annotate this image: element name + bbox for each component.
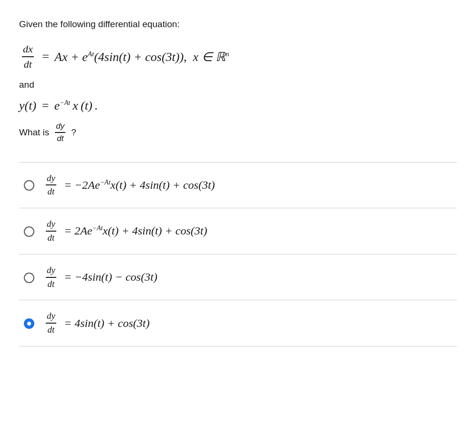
answer-text-d: dy dt = 4sin(t) + cos(3t): [43, 311, 155, 336]
equation-1: dx dt = Ax + eAt(4sin(t) + cos(3t)), x ∈…: [19, 43, 457, 71]
answer-option-b[interactable]: dy dt = 2Ae−Atx(t) + 4sin(t) + cos(3t): [19, 208, 457, 255]
eq-d-body: = 4sin(t) + cos(3t): [64, 317, 150, 330]
radio-c[interactable]: [24, 273, 34, 283]
dy-dt-c: dy dt: [46, 265, 56, 290]
answer-option-d[interactable]: dy dt = 4sin(t) + cos(3t): [19, 300, 457, 346]
dy-dt-question-fraction: dy dt: [55, 122, 65, 144]
eq2-lhs: y(t): [19, 99, 36, 113]
radio-a[interactable]: [24, 180, 34, 191]
dy-dt-a: dy dt: [46, 173, 56, 198]
answer-text-a: dy dt = −2Ae−Atx(t) + 4sin(t) + cos(3t): [43, 173, 220, 198]
answer-option-c[interactable]: dy dt = −4sin(t) − cos(3t): [19, 255, 457, 301]
eq1-rhs: Ax + eAt(4sin(t) + cos(3t)), x ∈ ℝn: [54, 50, 229, 64]
intro-text: Given the following differential equatio…: [19, 19, 457, 30]
dy-denominator: dt: [56, 133, 64, 143]
answer-option-a[interactable]: dy dt = −2Ae−Atx(t) + 4sin(t) + cos(3t): [19, 162, 457, 209]
question-text: What is dy dt ?: [19, 122, 457, 144]
equals-sign-1: =: [41, 50, 50, 64]
question-mark: ?: [71, 127, 76, 138]
radio-d[interactable]: [24, 318, 34, 329]
dx-dt-fraction: dx dt: [22, 43, 34, 71]
equation-2: y(t) = e−At x (t) .: [19, 99, 457, 113]
dx-numerator: dx: [22, 43, 34, 57]
eq-c-body: = −4sin(t) − cos(3t): [64, 271, 157, 284]
answer-text-c: dy dt = −4sin(t) − cos(3t): [43, 265, 162, 290]
eq-b-body: = 2Ae−Atx(t) + 4sin(t) + cos(3t): [64, 224, 207, 237]
what-is-prefix: What is: [19, 127, 49, 138]
dy-numerator: dy: [55, 122, 65, 133]
dy-dt-b: dy dt: [46, 219, 56, 244]
dx-denominator: dt: [23, 57, 33, 71]
dy-dt-d: dy dt: [46, 311, 56, 336]
eq2-rhs: e−At x (t) .: [54, 99, 98, 113]
equals-sign-2: =: [41, 99, 50, 113]
answer-text-b: dy dt = 2Ae−Atx(t) + 4sin(t) + cos(3t): [43, 219, 212, 244]
answers-section: dy dt = −2Ae−Atx(t) + 4sin(t) + cos(3t) …: [19, 162, 457, 346]
radio-b[interactable]: [24, 226, 34, 237]
connector-text: and: [19, 80, 457, 90]
eq-a-body: = −2Ae−Atx(t) + 4sin(t) + cos(3t): [64, 179, 215, 192]
